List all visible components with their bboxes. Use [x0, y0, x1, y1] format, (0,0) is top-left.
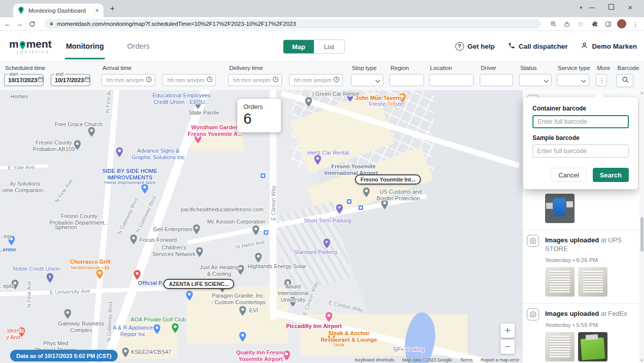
window-minimize-button[interactable]: —	[582, 4, 601, 11]
arrival-time-input-1[interactable]	[101, 74, 155, 86]
uploaded-image-thumbnail[interactable]	[578, 267, 607, 297]
calendar-icon[interactable]	[84, 76, 90, 85]
arrival-time-time-input[interactable]	[166, 77, 206, 84]
map-pin[interactable]: P	[336, 204, 343, 214]
scrollbar-thumb[interactable]	[640, 217, 643, 251]
extensions-puzzle-icon[interactable]	[590, 21, 599, 27]
profile-avatar[interactable]	[617, 19, 626, 28]
delivery-time-time-input[interactable]	[232, 77, 272, 84]
map-attribution-link[interactable]: Keyboard shortcuts	[355, 357, 395, 362]
transit-stop-icon[interactable]	[263, 230, 269, 235]
uploaded-image-thumbnail[interactable]	[545, 194, 575, 223]
search-button[interactable]: Search	[593, 168, 629, 182]
calendar-icon[interactable]	[38, 76, 44, 85]
nav-tab-monitoring[interactable]: Monitoring	[66, 31, 104, 61]
map-pin[interactable]	[153, 324, 161, 335]
map-pin[interactable]	[314, 155, 321, 165]
map-pin[interactable]	[305, 97, 312, 107]
back-button[interactable]: ←	[4, 20, 11, 27]
map-pin[interactable]: P	[323, 238, 331, 249]
share-icon[interactable]	[562, 21, 571, 27]
map-pin[interactable]	[186, 291, 193, 301]
browser-menu-kebab-icon[interactable]: ⋮	[631, 20, 640, 28]
arrival-time-input-2[interactable]	[162, 74, 216, 86]
location-input[interactable]	[433, 77, 471, 84]
scheduled-end-date-field[interactable]: end10/17/2023	[51, 74, 90, 86]
order-chip-azenta[interactable]: AZENTA LIFE SCIENC...	[163, 279, 234, 289]
region-input-box[interactable]	[389, 74, 424, 86]
service-type-select[interactable]	[557, 74, 589, 86]
stop-type-select[interactable]	[351, 74, 383, 86]
transit-stop-icon[interactable]	[346, 199, 352, 204]
uploaded-image-thumbnail[interactable]	[545, 267, 575, 297]
map-attribution-link[interactable]: Terms	[460, 357, 473, 362]
scroll-down-icon[interactable]: ▼	[639, 359, 644, 362]
location-input-box[interactable]	[429, 74, 474, 86]
feed-item[interactable]: Images uploaded at FedExYesterday • 5:55…	[523, 304, 644, 363]
driver-input-box[interactable]	[480, 74, 513, 86]
map-pin[interactable]	[255, 252, 262, 263]
new-tab-button[interactable]: +	[110, 4, 115, 13]
order-chip-fresno-yosemite[interactable]: Fresno Yosemite Int...	[355, 174, 421, 185]
clock-icon[interactable]	[272, 76, 279, 85]
moment-logistics-logo[interactable]: m ment LOGISTICS	[9, 39, 52, 54]
call-dispatcher-button[interactable]: Call dispatcher	[508, 42, 568, 51]
address-bar[interactable]: momentdash.com/monitoring/map?f.schedule…	[44, 19, 541, 29]
window-maximize-button[interactable]	[601, 4, 621, 11]
driver-input[interactable]	[484, 77, 510, 84]
nav-tab-orders[interactable]: Orders	[127, 31, 150, 61]
map-pin[interactable]: $	[46, 273, 54, 283]
map-pin[interactable]	[363, 187, 370, 198]
transit-stop-icon[interactable]	[260, 173, 266, 178]
map-pin[interactable]	[88, 127, 95, 137]
browser-tab[interactable]: Monitoring Dashboard ×	[13, 4, 103, 17]
map-pin[interactable]	[252, 225, 260, 236]
map-pin[interactable]	[96, 269, 103, 280]
user-menu-demo-marken[interactable]: Demo Marken	[581, 42, 637, 51]
container-barcode-input[interactable]	[532, 115, 629, 128]
feed-scrollbar[interactable]: ▲ ▼	[639, 90, 644, 363]
delivery-time-input-2[interactable]	[289, 74, 343, 86]
map-pin[interactable]	[239, 332, 246, 342]
delivery-time-time-input[interactable]	[293, 77, 333, 84]
reload-button[interactable]	[27, 21, 37, 27]
status-select[interactable]	[519, 74, 552, 86]
cancel-button[interactable]: Cancel	[551, 168, 586, 182]
forward-button[interactable]: →	[16, 20, 23, 27]
feed-item[interactable]: Images uploaded at UPS STOREYesterday • …	[523, 230, 644, 304]
sample-barcode-input[interactable]	[532, 144, 629, 158]
map-attribution-link[interactable]: Report a map error	[481, 357, 519, 362]
uploaded-image-thumbnail[interactable]	[578, 332, 607, 361]
map-pin[interactable]	[116, 147, 123, 158]
barcode-search-button[interactable]	[616, 74, 633, 87]
map-pin[interactable]	[193, 224, 200, 235]
map-pin[interactable]	[122, 347, 129, 358]
toggle-map-button[interactable]: Map	[283, 40, 314, 53]
clock-icon[interactable]	[146, 76, 152, 85]
map-pin[interactable]	[239, 306, 246, 316]
tab-close-icon[interactable]: ×	[95, 7, 99, 14]
map-pin[interactable]	[171, 323, 179, 334]
toggle-list-button[interactable]: List	[314, 40, 344, 53]
orders-cluster-card[interactable]: Orders 6	[237, 99, 281, 132]
zoom-icon[interactable]	[549, 21, 558, 27]
map-canvas[interactable]: Orders 6 Fresno Yosemite Int... AZENTA L…	[0, 90, 522, 363]
clock-icon[interactable]	[333, 76, 340, 85]
transit-stop-icon[interactable]	[358, 205, 364, 210]
window-close-button[interactable]: ×	[621, 3, 640, 12]
side-panel-icon[interactable]	[603, 21, 613, 27]
delivery-time-input-1[interactable]	[228, 74, 282, 86]
get-help-button[interactable]: ? Get help	[455, 42, 495, 51]
map-pin[interactable]	[196, 247, 203, 258]
map-pin[interactable]	[130, 234, 137, 245]
arrival-time-time-input[interactable]	[105, 77, 146, 84]
region-input[interactable]	[393, 77, 421, 84]
bookmark-star-icon[interactable]: ☆	[576, 20, 585, 28]
map-zoom-out-button[interactable]: −	[500, 340, 515, 354]
more-filters-button[interactable]: ⋮	[596, 74, 607, 86]
scheduled-start-date-field[interactable]: start10/17/2023	[4, 74, 44, 86]
map-pin[interactable]	[64, 309, 71, 319]
map-zoom-in-button[interactable]: +	[500, 323, 515, 338]
scroll-up-icon[interactable]: ▲	[639, 91, 644, 94]
map-pin[interactable]	[133, 270, 141, 280]
